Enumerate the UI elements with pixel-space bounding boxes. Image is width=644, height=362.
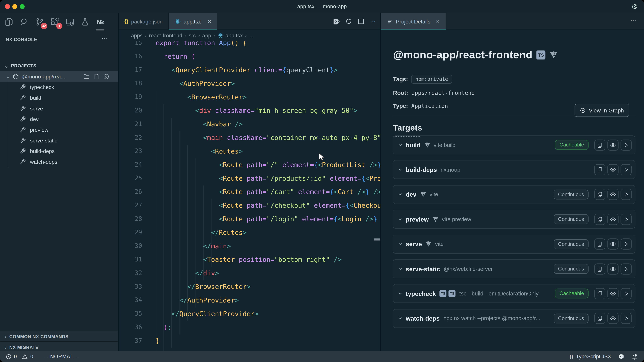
chevron-down-icon[interactable] xyxy=(398,217,402,221)
open-project-details-icon[interactable] xyxy=(333,18,340,25)
code-line-27[interactable]: 27 <Route path="/checkout" element={<Che… xyxy=(119,199,380,212)
code-line-17[interactable]: 17 <QueryClientProvider client={queryCli… xyxy=(119,63,380,77)
code-line-23[interactable]: 23 <Routes> xyxy=(119,144,380,158)
code-line-16[interactable]: 16 return ( xyxy=(119,50,380,63)
sidebar-target-preview[interactable]: preview xyxy=(0,124,118,135)
more-actions-icon[interactable]: ⋯ xyxy=(370,18,376,25)
tab-app-tsx[interactable]: app.tsx × xyxy=(169,13,217,29)
sidebar-section-common-nx-commands[interactable]: ›COMMON NX COMMANDS xyxy=(0,331,118,342)
copy-icon[interactable] xyxy=(594,288,606,299)
code-line-28[interactable]: 28 <Route path="/login" element={<Login … xyxy=(119,212,380,226)
run-icon[interactable] xyxy=(620,139,632,150)
chevron-down-icon[interactable] xyxy=(398,168,402,171)
copy-icon[interactable] xyxy=(594,139,606,150)
breadcrumb-item[interactable]: app.tsx xyxy=(218,32,243,38)
breadcrumb-item[interactable]: src xyxy=(189,32,196,38)
language-mode[interactable]: {} TypeScript JSX xyxy=(569,354,611,360)
run-icon[interactable] xyxy=(620,239,632,250)
breadcrumb-item[interactable]: ... xyxy=(249,32,254,38)
code-line-33[interactable]: 33 </BrowserRouter> xyxy=(119,280,380,294)
chevron-down-icon[interactable] xyxy=(398,292,402,296)
run-icon[interactable] xyxy=(620,288,632,299)
scrollbar-thumb[interactable] xyxy=(374,239,380,241)
run-icon[interactable] xyxy=(620,263,632,274)
code-line-26[interactable]: 26 <Route path="/cart" element={<Cart />… xyxy=(119,185,380,199)
run-icon[interactable] xyxy=(620,214,632,225)
copy-icon[interactable] xyxy=(594,239,606,250)
eye-icon[interactable] xyxy=(608,139,618,150)
extensions-icon[interactable]: 1 xyxy=(50,17,60,27)
code-line-29[interactable]: 29 </Routes> xyxy=(119,226,380,239)
code-line-30[interactable]: 30 </main> xyxy=(119,239,380,253)
eye-icon[interactable] xyxy=(608,288,618,299)
run-icon[interactable] xyxy=(620,313,632,324)
code-line-34[interactable]: 34 </AuthProvider> xyxy=(119,294,380,307)
project-row[interactable]: ⌄ @mono-app/rea... xyxy=(0,71,118,82)
goto-file-icon[interactable] xyxy=(93,73,100,79)
eye-icon[interactable] xyxy=(608,239,618,250)
eye-icon[interactable] xyxy=(608,313,618,324)
sidebar-target-dev[interactable]: dev xyxy=(0,114,118,124)
target-card-preview[interactable]: previewvite previewContinuous xyxy=(392,210,635,229)
code-line-32[interactable]: 32 </div> xyxy=(119,266,380,280)
code-line-24[interactable]: 24 <Route path="/" element={<ProductList… xyxy=(119,158,380,172)
copy-icon[interactable] xyxy=(594,214,606,225)
split-editor-icon[interactable] xyxy=(358,18,364,25)
target-card-serve-static[interactable]: serve-static@nx/web:file-serverContinuou… xyxy=(392,259,635,278)
search-icon[interactable] xyxy=(19,17,29,27)
chevron-down-icon[interactable] xyxy=(398,193,402,196)
view-in-graph-button[interactable]: View In Graph xyxy=(574,104,629,117)
sidebar-target-serve[interactable]: serve xyxy=(0,103,118,114)
sidebar-target-build[interactable]: build xyxy=(0,92,118,103)
target-card-watch-deps[interactable]: watch-depsnpx nx watch --projects @mono-… xyxy=(392,309,635,328)
panel-more-actions-icon[interactable]: ⋯ xyxy=(630,17,636,24)
code-line-19[interactable]: 19 <BrowserRouter> xyxy=(119,90,380,104)
run-icon[interactable] xyxy=(620,164,632,175)
copy-icon[interactable] xyxy=(594,189,606,200)
testing-icon[interactable] xyxy=(80,17,90,27)
chevron-down-icon[interactable] xyxy=(398,242,402,246)
close-tab-icon[interactable]: × xyxy=(208,18,211,25)
target-card-build-deps[interactable]: build-depsnx:noop xyxy=(392,160,635,179)
sidebar-target-typecheck[interactable]: typecheck xyxy=(0,82,118,92)
chevron-down-icon[interactable] xyxy=(398,267,402,271)
notifications-bell-icon[interactable] xyxy=(631,354,638,360)
pane-more-actions-icon[interactable]: ⋯ xyxy=(102,35,108,42)
code-line-25[interactable]: 25 <Route path="/products/:id" element={… xyxy=(119,172,380,185)
code-line-18[interactable]: 18 <AuthProvider> xyxy=(119,77,380,90)
eye-icon[interactable] xyxy=(608,263,618,274)
run-icon[interactable] xyxy=(620,189,632,200)
warnings-icon[interactable] xyxy=(22,354,28,360)
breadcrumb-item[interactable]: app xyxy=(202,32,211,38)
eye-icon[interactable] xyxy=(608,189,618,200)
target-card-dev[interactable]: devviteContinuous xyxy=(392,185,635,204)
target-card-build[interactable]: buildvite buildCacheable xyxy=(392,135,635,154)
folder-icon[interactable] xyxy=(83,73,90,79)
code-line-38[interactable]: 38 xyxy=(119,348,380,351)
settings-gear-icon[interactable]: ⚙ xyxy=(631,2,637,11)
copy-icon[interactable] xyxy=(594,263,606,274)
refresh-icon[interactable] xyxy=(346,18,352,25)
copy-icon[interactable] xyxy=(594,313,606,324)
breadcrumb[interactable]: apps›react-frontend›src›app›app.tsx›... xyxy=(119,29,380,41)
code-line-37[interactable]: 37} xyxy=(119,334,380,348)
chevron-down-icon[interactable] xyxy=(398,143,402,147)
code-line-36[interactable]: 36 ); xyxy=(119,321,380,334)
target-icon[interactable] xyxy=(103,73,109,79)
target-card-typecheck[interactable]: typecheckTSTStsc --build --emitDeclarati… xyxy=(392,284,635,303)
code-line-22[interactable]: 22 <main className="container mx-auto px… xyxy=(119,131,380,144)
code-line-15[interactable]: 15export function App() { xyxy=(119,41,380,50)
tab-package-json[interactable]: {} package.json xyxy=(119,13,169,29)
sidebar-target-serve-static[interactable]: serve-static xyxy=(0,135,118,146)
breadcrumb-item[interactable]: react-frontend xyxy=(149,32,182,38)
source-control-icon[interactable]: 32 xyxy=(34,17,44,27)
code-line-31[interactable]: 31 <Toaster position="bottom-right" /> xyxy=(119,253,380,267)
explorer-icon[interactable] xyxy=(4,17,14,27)
copilot-icon[interactable] xyxy=(618,354,625,360)
code-editor[interactable]: 15export function App() {16 return (17 <… xyxy=(119,41,380,351)
tab-project-details[interactable]: Project Details × xyxy=(381,13,446,29)
errors-icon[interactable] xyxy=(6,354,12,360)
eye-icon[interactable] xyxy=(608,164,618,175)
code-line-21[interactable]: 21 <Navbar /> xyxy=(119,117,380,131)
nx-console-icon[interactable]: N≥ xyxy=(95,17,105,27)
